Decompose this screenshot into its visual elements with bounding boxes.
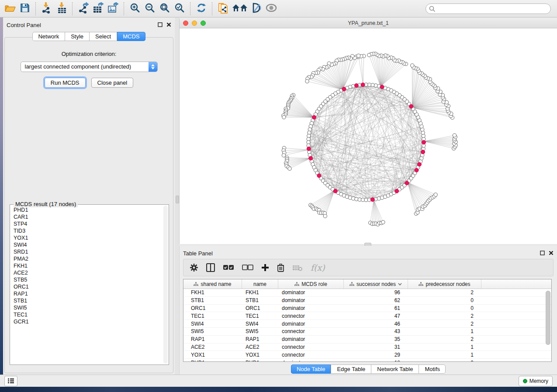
cell-shared_name[interactable]: SWI4	[183, 321, 242, 327]
column-header-MCDS-role[interactable]: MCDS role	[278, 279, 344, 289]
cell-name[interactable]: SWI5	[242, 328, 278, 334]
cell-predecessor_nodes[interactable]: 0	[408, 360, 481, 362]
split-panel-button[interactable]	[206, 263, 215, 272]
open-session-button[interactable]	[3, 2, 17, 16]
table-row[interactable]: PHD1PHD1dominator180	[183, 359, 551, 362]
optimization-criterion-select[interactable]: largest connected component (undirected)	[21, 62, 158, 72]
cell-predecessor_nodes[interactable]: 2	[408, 321, 481, 327]
select-all-button[interactable]	[223, 265, 234, 271]
tab-edge-table[interactable]: Edge Table	[331, 364, 371, 374]
table-row[interactable]: SWI4SWI4dominator462	[183, 320, 551, 328]
zoom-selected-button[interactable]	[172, 2, 187, 16]
cell-successor_nodes[interactable]: 47	[344, 313, 408, 319]
cell-successor_nodes[interactable]: 61	[344, 305, 408, 311]
cell-name[interactable]: RAP1	[242, 336, 278, 342]
zoom-fit-button[interactable]	[157, 2, 172, 16]
table-row[interactable]: STB1STB1dominator620	[183, 297, 551, 305]
cell-predecessor_nodes[interactable]: 1	[408, 328, 481, 334]
column-header-name[interactable]: name	[242, 279, 278, 289]
cell-mcds_role[interactable]: connector	[278, 352, 344, 358]
cell-name[interactable]: STB1	[242, 297, 278, 303]
cell-shared_name[interactable]: YOX1	[183, 352, 242, 358]
vertical-splitter[interactable]	[175, 17, 179, 375]
close-panel-icon[interactable]	[166, 21, 171, 29]
import-table-button[interactable]	[54, 2, 69, 16]
close-panel-icon[interactable]	[549, 249, 554, 257]
cell-mcds_role[interactable]: dominator	[278, 297, 344, 303]
cell-shared_name[interactable]: ACE2	[183, 344, 242, 350]
function-builder-button[interactable]: f(x)	[311, 263, 325, 272]
search-input[interactable]	[426, 3, 551, 14]
cell-successor_nodes[interactable]: 18	[344, 360, 408, 362]
column-header-successor-nodes[interactable]: successor nodes	[344, 279, 408, 289]
tab-select[interactable]: Select	[89, 32, 117, 41]
zoom-out-button[interactable]	[142, 2, 157, 16]
cell-shared_name[interactable]: ORC1	[183, 305, 242, 311]
zoom-in-button[interactable]	[128, 2, 142, 16]
cell-name[interactable]: ACE2	[242, 344, 278, 350]
table-row[interactable]: SWI5SWI5connector431	[183, 328, 551, 336]
maximize-window-icon[interactable]	[201, 21, 206, 26]
delete-table-button[interactable]	[292, 264, 303, 271]
cell-mcds_role[interactable]: connector	[278, 344, 344, 350]
cell-name[interactable]: FKH1	[242, 289, 278, 296]
cell-name[interactable]: ORC1	[242, 305, 278, 311]
cell-predecessor_nodes[interactable]: 0	[408, 305, 481, 311]
float-panel-icon[interactable]	[540, 249, 545, 257]
cell-mcds_role[interactable]: connector	[278, 313, 344, 319]
cell-predecessor_nodes[interactable]: 2	[408, 313, 481, 319]
task-history-button[interactable]	[4, 376, 17, 386]
node-table[interactable]: shared namenameMCDS rolesuccessor nodesp…	[183, 279, 552, 362]
import-network-button[interactable]	[39, 2, 54, 16]
cell-shared_name[interactable]: RAP1	[183, 336, 242, 342]
tab-node-table[interactable]: Node Table	[291, 364, 331, 374]
table-vertical-scrollbar[interactable]	[546, 291, 550, 345]
cell-name[interactable]: SWI4	[242, 321, 278, 327]
cell-successor_nodes[interactable]: 96	[344, 289, 408, 296]
clone-network-button[interactable]	[216, 2, 231, 16]
table-row[interactable]: ACE2ACE2connector311	[183, 344, 551, 351]
tab-network[interactable]: Network	[32, 32, 65, 41]
cell-shared_name[interactable]: STB1	[183, 297, 242, 303]
export-table-button[interactable]	[91, 2, 106, 16]
cell-successor_nodes[interactable]: 29	[344, 352, 408, 358]
cell-successor_nodes[interactable]: 46	[344, 321, 408, 327]
table-row[interactable]: YOX1YOX1connector291	[183, 351, 551, 359]
close-panel-button[interactable]: Close panel	[91, 78, 134, 88]
cell-mcds_role[interactable]: dominator	[278, 360, 344, 362]
result-list-scrollbar[interactable]	[163, 206, 168, 364]
cell-successor_nodes[interactable]: 62	[344, 297, 408, 303]
birds-eye-view-button[interactable]	[264, 2, 279, 16]
cell-predecessor_nodes[interactable]: 2	[408, 336, 481, 342]
deselect-all-button[interactable]	[242, 265, 253, 271]
cell-predecessor_nodes[interactable]: 2	[408, 289, 481, 296]
cell-name[interactable]: TEC1	[242, 313, 278, 319]
table-settings-button[interactable]	[190, 263, 198, 272]
cell-predecessor_nodes[interactable]: 1	[408, 344, 481, 350]
float-panel-icon[interactable]	[158, 21, 163, 29]
cell-successor_nodes[interactable]: 31	[344, 344, 408, 350]
mcds-result-list[interactable]: PHD1CAR1STP4TID3YOX1SWI4SRD1PMA2FKH1ACE2…	[10, 206, 163, 364]
delete-column-button[interactable]	[277, 263, 284, 272]
cell-shared_name[interactable]: FKH1	[183, 289, 242, 296]
network-window-titlebar[interactable]: YPA_prune.txt_1	[180, 18, 557, 28]
memory-button[interactable]: Memory	[519, 376, 553, 386]
cell-successor_nodes[interactable]: 43	[344, 328, 408, 334]
table-row[interactable]: ORC1ORC1dominator610	[183, 305, 551, 313]
cell-shared_name[interactable]: PHD1	[183, 360, 242, 362]
cell-shared_name[interactable]: SWI5	[183, 328, 242, 334]
save-session-button[interactable]	[17, 2, 32, 16]
cell-predecessor_nodes[interactable]: 0	[408, 297, 481, 303]
hide-graphics-details-button[interactable]	[249, 2, 264, 16]
export-network-button[interactable]	[76, 2, 91, 16]
cell-name[interactable]: YOX1	[242, 352, 278, 358]
table-row[interactable]: TEC1TEC1connector472	[183, 312, 551, 320]
cell-successor_nodes[interactable]: 35	[344, 336, 408, 342]
tab-mcds[interactable]: MCDS	[117, 32, 145, 41]
cell-predecessor_nodes[interactable]: 1	[408, 352, 481, 358]
cell-mcds_role[interactable]: dominator	[278, 305, 344, 311]
close-window-icon[interactable]	[183, 21, 188, 26]
tab-style[interactable]: Style	[65, 32, 89, 41]
network-canvas[interactable]	[180, 28, 557, 244]
add-column-button[interactable]	[261, 264, 269, 272]
